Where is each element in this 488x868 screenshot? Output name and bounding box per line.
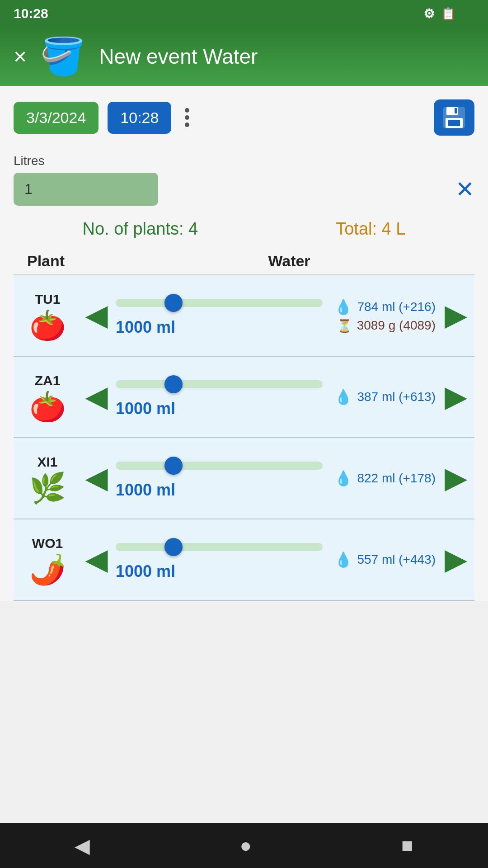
time-badge[interactable]: 10:28 — [108, 102, 171, 134]
plant-info-ZA1: ZA1 🍅 — [18, 373, 77, 421]
water-stat-WO1: 💧 557 ml (+443) — [334, 551, 436, 568]
sand-icon-TU1: ⏳ — [337, 318, 352, 333]
slider-value-TU1: 1000 ml — [116, 318, 323, 337]
slider-track-TU1[interactable] — [116, 299, 323, 307]
water-drop-icon-WO1: 💧 — [334, 551, 352, 568]
datetime-row: 3/3/2024 10:28 — [14, 99, 474, 136]
water-stats-WO1: 💧 557 ml (+443) — [327, 551, 436, 568]
water-stat-XI1: 💧 822 ml (+178) — [334, 470, 436, 487]
water-stats-ZA1: 💧 387 ml (+613) — [327, 388, 436, 406]
bottom-navigation: ◀ ● ■ — [0, 823, 488, 868]
plant-list: TU1 🍅 ◀ 1000 ml 💧 784 ml (+216) ⏳ 3089 g… — [14, 275, 474, 601]
plant-name-ZA1: ZA1 — [35, 373, 61, 388]
sand-amount-TU1: 3089 g (4089) — [357, 318, 436, 333]
clipboard-icon: 📋 — [441, 7, 455, 21]
arrow-right-TU1[interactable]: ▶ — [440, 300, 470, 331]
plant-emoji-ZA1: 🍅 — [29, 392, 66, 421]
gear-icon: ⚙ — [423, 6, 435, 21]
litres-input[interactable] — [14, 173, 158, 206]
date-badge[interactable]: 3/3/2024 — [14, 102, 99, 134]
water-drop-icon-TU1: 💧 — [334, 298, 352, 316]
arrow-left-ZA1[interactable]: ◀ — [81, 381, 111, 413]
slider-value-WO1: 1000 ml — [116, 562, 323, 581]
water-amount-ZA1: 387 ml (+613) — [357, 390, 436, 404]
plant-info-TU1: TU1 🍅 — [18, 292, 77, 340]
arrow-right-WO1[interactable]: ▶ — [440, 544, 470, 576]
status-bar: 10:28 ⚙ 📋 — [0, 0, 488, 27]
slider-track-WO1[interactable] — [116, 543, 323, 551]
main-content: 3/3/2024 10:28 Litres ✕ No. of plants: — [0, 86, 488, 601]
plants-count: No. of plants: 4 — [83, 219, 198, 239]
save-button[interactable] — [434, 99, 474, 136]
slider-track-XI1[interactable] — [116, 462, 323, 470]
plant-emoji-WO1: 🌶️ — [29, 555, 66, 584]
litres-section: Litres ✕ — [14, 154, 474, 206]
water-stats-XI1: 💧 822 ml (+178) — [327, 470, 436, 487]
status-time: 10:28 — [14, 6, 48, 21]
total-water: Total: 4 L — [336, 219, 405, 239]
nav-home-button[interactable]: ● — [239, 834, 252, 857]
plant-info-WO1: WO1 🌶️ — [18, 536, 77, 584]
water-stat-ZA1: 💧 387 ml (+613) — [334, 388, 436, 406]
plant-emoji-XI1: 🌿 — [29, 473, 66, 503]
save-icon — [442, 105, 466, 130]
water-icon: 🪣 — [40, 35, 85, 78]
water-amount-WO1: 557 ml (+443) — [357, 552, 436, 567]
arrow-left-WO1[interactable]: ◀ — [81, 544, 111, 576]
page-title: New event Water — [99, 44, 258, 69]
water-amount-XI1: 822 ml (+178) — [357, 471, 436, 486]
svg-rect-10 — [455, 108, 457, 113]
water-drop-icon-XI1: 💧 — [334, 470, 352, 487]
sand-stat-TU1: ⏳ 3089 g (4089) — [337, 318, 436, 333]
column-water: Water — [117, 252, 461, 270]
table-header: Plant Water — [14, 248, 474, 275]
slider-value-XI1: 1000 ml — [116, 481, 323, 500]
arrow-left-XI1[interactable]: ◀ — [81, 462, 111, 494]
arrow-right-XI1[interactable]: ▶ — [440, 462, 470, 494]
slider-value-ZA1: 1000 ml — [116, 399, 323, 418]
svg-rect-12 — [448, 120, 460, 126]
litres-row: ✕ — [14, 173, 474, 206]
arrow-right-ZA1[interactable]: ▶ — [440, 381, 470, 413]
nav-back-button[interactable]: ◀ — [75, 834, 90, 857]
water-drop-icon-ZA1: 💧 — [334, 388, 352, 406]
app-header: × 🪣 New event Water — [0, 27, 488, 86]
water-amount-TU1: 784 ml (+216) — [357, 300, 436, 314]
arrow-left-TU1[interactable]: ◀ — [81, 300, 111, 331]
water-stats-TU1: 💧 784 ml (+216) ⏳ 3089 g (4089) — [327, 298, 436, 333]
plant-name-TU1: TU1 — [35, 292, 61, 307]
plant-row: TU1 🍅 ◀ 1000 ml 💧 784 ml (+216) ⏳ 3089 g… — [14, 275, 474, 357]
plant-info-XI1: XI1 🌿 — [18, 454, 77, 503]
more-options-button[interactable] — [180, 108, 194, 127]
plant-name-XI1: XI1 — [37, 454, 57, 470]
slider-section-WO1: 1000 ml — [116, 538, 323, 581]
plant-row: ZA1 🍅 ◀ 1000 ml 💧 387 ml (+613) ▶ — [14, 357, 474, 438]
plant-row: WO1 🌶️ ◀ 1000 ml 💧 557 ml (+443) ▶ — [14, 519, 474, 601]
slider-track-ZA1[interactable] — [116, 380, 323, 388]
close-button[interactable]: × — [14, 45, 27, 68]
status-icons: ⚙ 📋 — [423, 6, 474, 21]
slider-section-ZA1: 1000 ml — [116, 376, 323, 418]
slider-section-XI1: 1000 ml — [116, 457, 323, 500]
nav-recent-button[interactable]: ■ — [401, 834, 413, 857]
plant-row: XI1 🌿 ◀ 1000 ml 💧 822 ml (+178) ▶ — [14, 438, 474, 519]
water-stat-TU1: 💧 784 ml (+216) — [334, 298, 436, 316]
plant-name-WO1: WO1 — [32, 536, 63, 551]
stats-row: No. of plants: 4 Total: 4 L — [14, 219, 474, 239]
column-plant: Plant — [27, 252, 117, 270]
plant-emoji-TU1: 🍅 — [29, 311, 66, 340]
slider-section-TU1: 1000 ml — [116, 294, 323, 337]
litres-clear-button[interactable]: ✕ — [455, 176, 474, 203]
litres-label: Litres — [14, 154, 474, 168]
